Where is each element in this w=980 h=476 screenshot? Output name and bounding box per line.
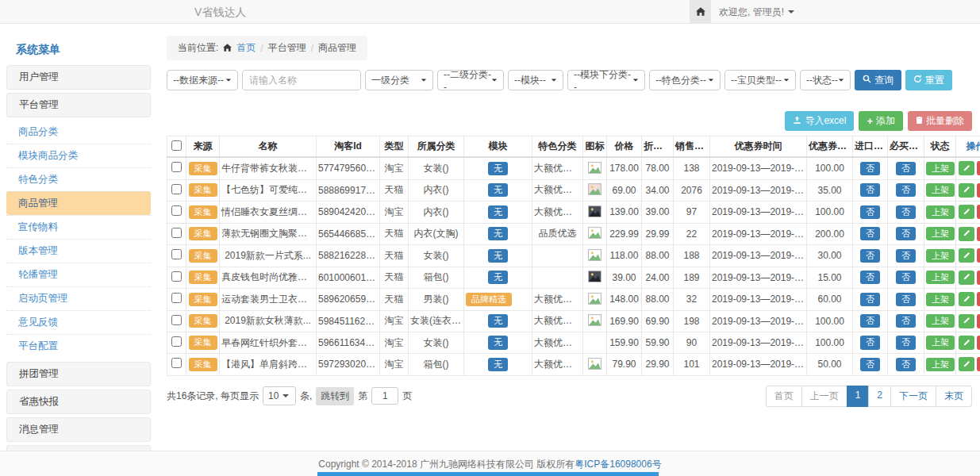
status-badge[interactable]: 上架 (926, 249, 955, 263)
module-badge[interactable]: 无 (488, 314, 508, 328)
jump-to-button[interactable]: 跳转到 (316, 387, 354, 405)
edit-button[interactable] (959, 183, 974, 198)
delete-button[interactable] (977, 161, 980, 175)
breadcrumb-home-link[interactable]: 首页 (236, 41, 256, 55)
sidebar-item[interactable]: 商品分类 (6, 121, 151, 144)
per-page-select[interactable]: 10 (263, 386, 296, 405)
row-checkbox[interactable] (171, 162, 182, 172)
module-badge[interactable]: 无 (488, 183, 508, 197)
import-select-toggle[interactable]: 否 (860, 183, 880, 197)
must-buy-toggle[interactable]: 否 (896, 183, 916, 197)
bulk-delete-button[interactable]: 批量删除 (908, 111, 972, 131)
edit-button[interactable] (959, 336, 974, 350)
must-buy-toggle[interactable]: 否 (896, 336, 916, 349)
edit-button[interactable] (959, 292, 974, 306)
status-badge[interactable]: 上架 (926, 205, 955, 219)
reset-button[interactable]: 重置 (905, 70, 952, 90)
row-checkbox[interactable] (171, 315, 182, 325)
status-badge[interactable]: 上架 (926, 314, 955, 328)
row-checkbox[interactable] (171, 205, 182, 216)
filter-module-select[interactable]: --模块-- (508, 70, 563, 90)
import-select-toggle[interactable]: 否 (860, 314, 880, 328)
status-badge[interactable]: 上架 (926, 227, 955, 240)
module-badge[interactable]: 品牌精选 (466, 293, 512, 306)
filter-status-select[interactable]: --状态-- (800, 70, 851, 90)
sidebar-item[interactable]: 特色分类 (6, 167, 151, 191)
filter-category1-select[interactable]: 一级分类 (365, 70, 433, 90)
must-buy-toggle[interactable]: 否 (896, 205, 916, 219)
page-button[interactable]: 下一页 (890, 386, 936, 407)
must-buy-toggle[interactable]: 否 (896, 249, 916, 263)
row-checkbox[interactable] (171, 293, 182, 303)
must-buy-toggle[interactable]: 否 (896, 314, 916, 328)
delete-button[interactable] (977, 183, 980, 198)
delete-button[interactable] (977, 357, 980, 371)
sidebar-item[interactable]: 用户管理 (6, 65, 151, 90)
sidebar-item[interactable]: 意见反馈 (6, 310, 151, 334)
page-button[interactable]: 1 (847, 386, 870, 407)
sidebar-item[interactable]: 平台管理 (6, 93, 151, 117)
module-badge[interactable]: 无 (488, 358, 508, 371)
filter-module-sub-select[interactable]: --模块下分类-- (567, 70, 645, 90)
module-badge[interactable]: 无 (488, 227, 508, 240)
home-button[interactable] (690, 0, 711, 23)
page-button[interactable]: 2 (868, 386, 891, 407)
page-button[interactable]: 上一页 (801, 386, 847, 407)
delete-button[interactable] (977, 205, 980, 219)
edit-button[interactable] (959, 271, 974, 285)
status-badge[interactable]: 上架 (926, 336, 955, 349)
edit-button[interactable] (959, 205, 974, 219)
select-all-checkbox[interactable] (171, 140, 182, 151)
import-select-toggle[interactable]: 否 (860, 249, 880, 263)
user-menu[interactable]: 欢迎您, 管理员! (719, 0, 794, 24)
row-checkbox[interactable] (171, 184, 182, 194)
filter-item-type-select[interactable]: --宝贝类型-- (724, 70, 796, 90)
sidebar-item[interactable]: 模块商品分类 (6, 144, 151, 167)
delete-button[interactable] (977, 227, 980, 241)
import-select-toggle[interactable]: 否 (860, 271, 880, 284)
filter-feature-select[interactable]: --特色分类-- (649, 70, 721, 90)
must-buy-toggle[interactable]: 否 (896, 293, 916, 306)
sidebar-item[interactable]: 省惠快报 (6, 390, 151, 414)
delete-button[interactable] (977, 336, 980, 350)
delete-button[interactable] (977, 271, 980, 285)
filter-source-select[interactable]: --数据来源-- (167, 70, 238, 90)
row-checkbox[interactable] (171, 358, 182, 368)
icp-link[interactable]: 粤ICP备16098006号 (575, 459, 661, 470)
row-checkbox[interactable] (171, 271, 182, 282)
module-badge[interactable]: 无 (488, 162, 508, 175)
sidebar-item[interactable]: 版本管理 (6, 239, 151, 263)
edit-button[interactable] (959, 357, 974, 371)
name-search-input[interactable] (242, 70, 361, 90)
must-buy-toggle[interactable]: 否 (896, 271, 916, 284)
edit-button[interactable] (959, 314, 974, 328)
delete-button[interactable] (977, 248, 980, 263)
status-badge[interactable]: 上架 (926, 271, 955, 284)
delete-button[interactable] (977, 314, 980, 328)
import-excel-button[interactable]: 导入excel (785, 111, 854, 131)
row-checkbox[interactable] (171, 336, 182, 347)
sidebar-item[interactable]: 消息管理 (6, 417, 151, 442)
import-select-toggle[interactable]: 否 (860, 336, 880, 349)
import-select-toggle[interactable]: 否 (860, 162, 880, 175)
must-buy-toggle[interactable]: 否 (896, 162, 916, 175)
page-button[interactable]: 首页 (766, 386, 802, 407)
sidebar-item[interactable]: 轮播管理 (6, 263, 151, 286)
edit-button[interactable] (959, 227, 974, 241)
sidebar-item[interactable]: 平台配置 (6, 334, 151, 358)
sidebar-item[interactable]: 商品管理 (6, 191, 151, 215)
status-badge[interactable]: 上架 (926, 183, 955, 197)
module-badge[interactable]: 无 (488, 271, 508, 284)
edit-button[interactable] (959, 161, 974, 175)
jump-page-input[interactable] (371, 387, 398, 405)
status-badge[interactable]: 上架 (926, 293, 955, 306)
import-select-toggle[interactable]: 否 (860, 358, 880, 371)
delete-button[interactable] (977, 292, 980, 306)
must-buy-toggle[interactable]: 否 (896, 227, 916, 240)
status-badge[interactable]: 上架 (926, 358, 955, 371)
sidebar-item[interactable]: 拼团管理 (6, 362, 151, 386)
sidebar-item[interactable]: 宣传物料 (6, 215, 151, 239)
must-buy-toggle[interactable]: 否 (896, 358, 916, 371)
import-select-toggle[interactable]: 否 (860, 205, 880, 219)
module-badge[interactable]: 无 (488, 249, 508, 263)
